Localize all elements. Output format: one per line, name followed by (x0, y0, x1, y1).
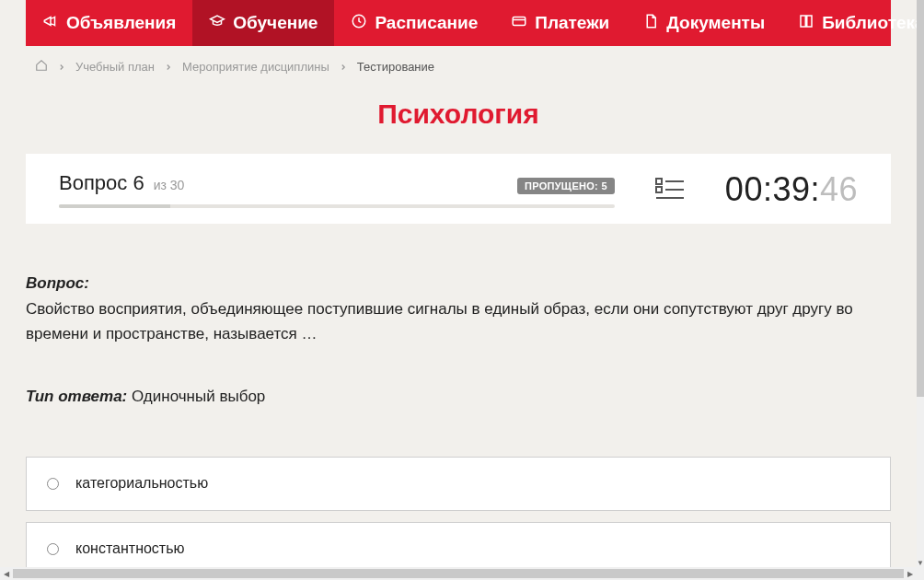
question-body: Вопрос: Свойство восприятия, объединяюще… (26, 224, 891, 567)
timer-main: 00:39: (725, 170, 820, 209)
chevron-right-icon (164, 63, 173, 72)
card-icon (511, 13, 527, 34)
option-label: категориальностью (75, 472, 208, 495)
question-list-button[interactable] (655, 177, 685, 203)
scroll-thumb[interactable] (13, 569, 904, 578)
main-nav: Объявления Обучение Расписание Платежи (26, 0, 891, 46)
nav-label: Обучение (233, 13, 318, 33)
options-list: категориальностью константностью (26, 457, 891, 567)
nav-label: Платежи (535, 13, 609, 33)
home-icon (35, 59, 48, 72)
scroll-down-icon: ▼ (917, 558, 924, 567)
nav-label: Объявления (66, 13, 176, 33)
progress-bar (59, 204, 615, 208)
nav-label: Библиотека (822, 13, 917, 33)
nav-item-schedule[interactable]: Расписание (334, 0, 494, 46)
radio-icon (47, 543, 59, 555)
timer-seconds: 46 (820, 170, 858, 209)
scroll-thumb[interactable] (917, 0, 924, 397)
nav-item-announcements[interactable]: Объявления (26, 0, 192, 46)
question-label: Вопрос: (26, 274, 89, 292)
option-2[interactable]: константностью (26, 522, 891, 567)
scroll-left-icon: ◀ (0, 567, 13, 580)
breadcrumb-link-event[interactable]: Мероприятие дисциплины (182, 60, 329, 74)
question-total: из 30 (154, 178, 185, 192)
nav-item-documents[interactable]: Документы (626, 0, 781, 46)
answer-type-label: Тип ответа: (26, 388, 127, 405)
chevron-right-icon (339, 63, 348, 72)
svg-rect-4 (656, 187, 662, 192)
vertical-scrollbar[interactable]: ▲ ▼ (917, 0, 924, 567)
svg-rect-1 (513, 17, 526, 25)
nav-label: Документы (666, 13, 765, 33)
nav-item-library[interactable]: Библиотека (781, 0, 917, 46)
breadcrumb-home[interactable] (35, 59, 48, 75)
clock-icon (351, 13, 367, 34)
book-icon (798, 13, 814, 34)
breadcrumb-current: Тестирование (357, 60, 434, 74)
progress-fill (59, 204, 170, 208)
breadcrumb: Учебный план Мероприятие дисциплины Тест… (26, 46, 891, 82)
page-title: Психология (26, 99, 891, 130)
timer: 00:39:46 (725, 170, 858, 209)
question-text: Свойство восприятия, объединяющее поступ… (26, 297, 891, 346)
option-1[interactable]: категориальностью (26, 457, 891, 511)
radio-icon (47, 478, 59, 490)
scroll-corner (917, 567, 924, 580)
scroll-right-icon: ▶ (904, 567, 917, 580)
grad-cap-icon (209, 13, 225, 34)
option-label: константностью (75, 538, 185, 561)
chevron-right-icon (57, 63, 66, 72)
breadcrumb-link-plan[interactable]: Учебный план (75, 60, 155, 74)
question-number: Вопрос 6 (59, 171, 144, 195)
megaphone-icon (42, 13, 59, 34)
list-icon (655, 177, 685, 203)
svg-rect-2 (656, 179, 662, 184)
horizontal-scrollbar[interactable]: ◀ ▶ (0, 567, 917, 580)
answer-type-value: Одиночный выбор (132, 388, 265, 405)
skipped-badge: ПРОПУЩЕНО: 5 (517, 178, 615, 194)
nav-label: Расписание (375, 13, 478, 33)
doc-icon (642, 13, 659, 34)
status-card: Вопрос 6 из 30 ПРОПУЩЕНО: 5 00:39:46 (26, 154, 891, 224)
nav-item-payments[interactable]: Платежи (494, 0, 626, 46)
nav-item-learning[interactable]: Обучение (192, 0, 334, 46)
